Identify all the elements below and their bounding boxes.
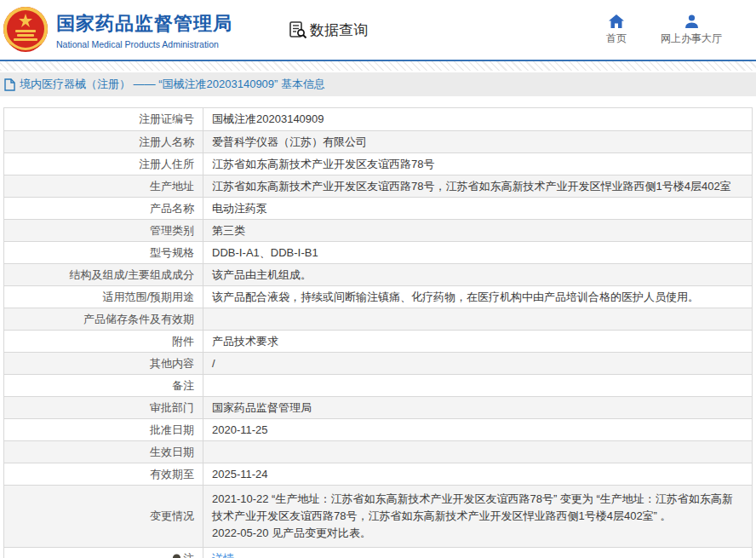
home-link[interactable]: 首页 [606,14,627,46]
note-label: 注 [183,551,194,558]
detail-link[interactable]: 详情 [212,551,234,558]
row-label: 适用范围/预期用途 [4,286,203,308]
row-value: 产品技术要求 [203,331,752,352]
row-value: 2020-11-25 [203,419,752,440]
row-value [203,441,752,463]
data-query-nav[interactable]: 数据查询 [289,20,368,40]
row-label: 型号规格 [4,242,203,263]
row-value: 详情 [203,548,752,558]
online-hall-link-label: 网上办事大厅 [661,32,722,46]
national-emblem-icon [3,6,49,54]
row-value: 国械注准20203140909 [203,108,752,130]
row-value [203,375,752,396]
table-row: 管理类别 第三类 [4,219,752,241]
row-label: 变更情况 [4,486,203,547]
row-label: 生效日期 [4,441,203,463]
row-label: 生产地址 [4,175,203,197]
row-label: 管理类别 [4,220,203,241]
table-row: 附件 产品技术要求 [4,330,752,352]
table-row: 变更情况 2021-10-22 “生产地址：江苏省如东高新技术产业开发区友谊西路… [4,485,752,547]
row-value: 2025-11-24 [203,463,752,485]
row-value [203,308,752,330]
row-value: 该产品配合液袋，持续或间断输注镇痛、化疗药物，在医疗机构中由产品培训合格的医护人… [203,286,752,308]
document-search-icon [289,20,307,39]
row-label: 批准日期 [4,419,203,440]
row-label: 注 [4,548,203,558]
table-row: 生产地址 江苏省如东高新技术产业开发区友谊西路78号，江苏省如东高新技术产业开发… [4,175,752,197]
row-label: 注册人住所 [4,153,203,175]
breadcrumb: 境内医疗器械（注册） —— “国械注准20203140909” 基本信息 [0,72,756,96]
table-row: 其他内容 / [4,352,752,374]
row-label: 审批部门 [4,397,203,418]
row-label: 附件 [4,331,203,352]
site-title: 国家药品监督管理局 [56,11,232,37]
row-label: 有效期至 [4,463,203,485]
row-label: 注册人名称 [4,131,203,152]
table-row: 注 详情 [4,547,752,558]
online-hall-link[interactable]: 网上办事大厅 [661,14,722,46]
table-row: 备注 [4,374,752,396]
bulb-icon [172,554,181,558]
table-row: 适用范围/预期用途 该产品配合液袋，持续或间断输注镇痛、化疗药物，在医疗机构中由… [4,285,752,308]
table-row: 产品名称 电动注药泵 [4,197,752,219]
row-value: DDB-Ⅰ-A1、DDB-Ⅰ-B1 [203,242,752,263]
site-logo-link[interactable]: 国家药品监督管理局 National Medical Products Admi… [3,6,232,54]
row-value: 电动注药泵 [203,198,752,219]
breadcrumb-text: 境内医疗器械（注册） —— “国械注准20203140909” 基本信息 [20,77,325,92]
row-value: 2021-10-22 “生产地址：江苏省如东高新技术产业开发区友谊西路78号” … [203,486,752,547]
decor-hatch-strip [0,61,756,71]
row-value: 爱普科学仪器（江苏）有限公司 [203,131,752,152]
table-row: 生效日期 [4,440,752,463]
row-value: 国家药品监督管理局 [203,397,752,418]
table-row: 注册人名称 爱普科学仪器（江苏）有限公司 [4,130,752,152]
data-query-label: 数据查询 [310,20,368,40]
row-label: 产品储存条件及有效期 [4,308,203,330]
table-row: 有效期至 2025-11-24 [4,463,752,485]
row-label: 结构及组成/主要组成成分 [4,264,203,285]
table-row: 型号规格 DDB-Ⅰ-A1、DDB-Ⅰ-B1 [4,241,752,263]
user-icon [684,14,699,28]
home-link-label: 首页 [606,32,627,46]
row-value: 该产品由主机组成。 [203,264,752,285]
row-label: 其他内容 [4,353,203,374]
site-subtitle: National Medical Products Administration [56,39,232,49]
site-header: 国家药品监督管理局 National Medical Products Admi… [0,0,756,60]
home-icon [609,14,624,28]
row-value: / [203,353,752,374]
row-value: 江苏省如东高新技术产业开发区友谊西路78号，江苏省如东高新技术产业开发区悍业路西… [203,175,752,197]
row-label: 注册证编号 [4,108,203,130]
registration-info-table: 注册证编号 国械注准20203140909 注册人名称 爱普科学仪器（江苏）有限… [3,107,753,558]
table-row: 产品储存条件及有效期 [4,308,752,330]
row-value: 第三类 [203,220,752,241]
table-row: 批准日期 2020-11-25 [4,418,752,440]
row-label: 备注 [4,375,203,396]
page-icon [4,78,15,91]
row-value: 江苏省如东高新技术产业开发区友谊西路78号 [203,153,752,175]
row-label: 产品名称 [4,198,203,219]
table-row: 注册证编号 国械注准20203140909 [4,108,752,130]
table-row: 审批部门 国家药品监督管理局 [4,396,752,418]
table-row: 注册人住所 江苏省如东高新技术产业开发区友谊西路78号 [4,152,752,175]
table-row: 结构及组成/主要组成成分 该产品由主机组成。 [4,263,752,285]
